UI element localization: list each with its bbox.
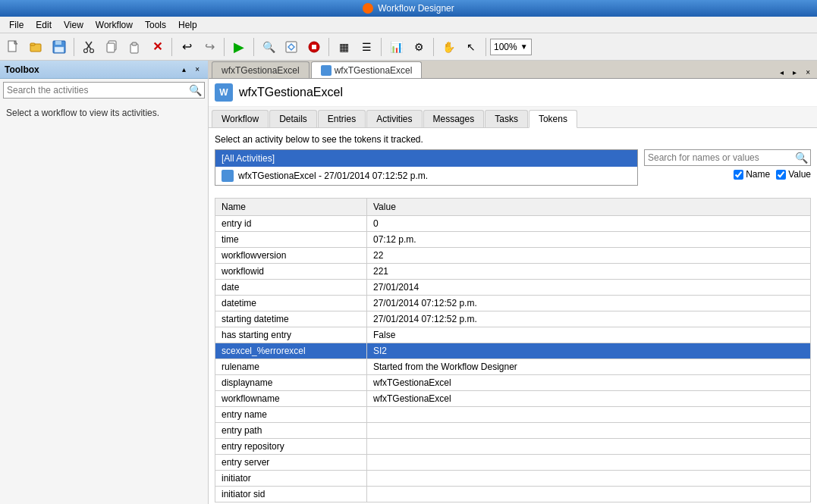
cell-name: rulename (215, 359, 367, 375)
table-row[interactable]: workflowversion22 (215, 248, 811, 264)
cursor-button[interactable]: ↖ (460, 36, 482, 58)
doc-tab-0-label: wfxTGestionaExcel (222, 65, 300, 76)
inner-tab-messages[interactable]: Messages (423, 110, 485, 127)
table-row[interactable]: time07:12 p.m. (215, 232, 811, 248)
cell-value: 07:12 p.m. (367, 232, 811, 248)
menu-workflow[interactable]: Workflow (90, 18, 139, 32)
inner-tab-details[interactable]: Details (269, 110, 317, 127)
col-header-name: Name (215, 199, 367, 216)
toolbar-sep-8 (485, 38, 486, 56)
inner-tab-activities[interactable]: Activities (366, 110, 422, 127)
activity-item-0[interactable]: wfxTGestionaExcel - 27/01/2014 07:12:52 … (215, 167, 637, 185)
menu-edit[interactable]: Edit (30, 18, 58, 32)
undo-button[interactable]: ↩ (176, 36, 197, 58)
inner-tab-workflow[interactable]: Workflow (212, 110, 269, 127)
run-button[interactable]: ▶ (228, 36, 250, 58)
table-row[interactable]: entry id0 (215, 216, 811, 232)
cell-value (367, 487, 811, 502)
search-checkbox-column: 🔍 Name Value (644, 149, 811, 180)
svg-rect-3 (30, 43, 35, 45)
open-button[interactable] (26, 36, 47, 58)
toolbar: ✕ ↩ ↪ ▶ 🔍 ▦ ☰ 📊 ⚙ ✋ ↖ 100% ▼ (0, 33, 817, 61)
tab-nav-prev[interactable]: ◂ (776, 67, 787, 78)
toolbox-close-button[interactable]: × (191, 64, 203, 75)
tab-nav-close[interactable]: × (802, 67, 814, 78)
table-row[interactable]: entry path (215, 423, 811, 439)
find-button[interactable]: 🔍 (258, 36, 279, 58)
tab-strip: wfxTGestionaExcel wfxTGestionaExcel ◂ ▸ … (209, 61, 817, 79)
table-row[interactable]: initiator (215, 471, 811, 487)
copy-button[interactable] (101, 36, 122, 58)
list-button[interactable]: ☰ (356, 36, 377, 58)
paste-button[interactable] (124, 36, 145, 58)
doc-tab-0[interactable]: wfxTGestionaExcel (212, 61, 310, 78)
token-search-icon: 🔍 (795, 152, 808, 164)
svg-rect-14 (132, 42, 137, 45)
cell-name: starting datetime (215, 311, 367, 327)
activity-item-all[interactable]: [All Activities] (215, 150, 637, 167)
table-row[interactable]: rulenameStarted from the Workflow Design… (215, 359, 811, 375)
tab-nav-next[interactable]: ▸ (789, 67, 800, 78)
new-button[interactable] (3, 36, 24, 58)
cell-value: SI2 (367, 343, 811, 359)
toolbar-sep-7 (433, 38, 434, 56)
svg-rect-17 (312, 45, 316, 49)
table-row[interactable]: has starting entryFalse (215, 327, 811, 343)
table-row[interactable]: displaynamewfxTGestionaExcel (215, 375, 811, 391)
value-filter-checkbox[interactable] (776, 170, 786, 180)
cell-value: False (367, 327, 811, 343)
main-layout: Toolbox ▴ × 🔍 Select a workflow to view … (0, 61, 817, 504)
table-row[interactable]: workflownamewfxTGestionaExcel (215, 391, 811, 407)
cell-value: 27/01/2014 07:12:52 p.m. (367, 296, 811, 311)
token-search-input[interactable] (644, 149, 811, 166)
inner-tab-entries[interactable]: Entries (318, 110, 366, 127)
activity-instruction-label: Select an activity below to see the toke… (215, 134, 811, 145)
menu-help[interactable]: Help (172, 18, 203, 32)
cell-name: entry id (215, 216, 367, 232)
table-row[interactable]: entry repository (215, 439, 811, 455)
value-filter-label[interactable]: Value (776, 169, 811, 180)
doc-tab-1[interactable]: wfxTGestionaExcel (311, 61, 423, 78)
title-bar: Workflow Designer (0, 0, 817, 17)
token-table: Name Value entry id0time07:12 p.m.workfl… (215, 198, 811, 502)
edit-workflow-button[interactable] (281, 36, 302, 58)
table-row[interactable]: starting datetime27/01/2014 07:12:52 p.m… (215, 311, 811, 327)
stop-button[interactable] (303, 36, 325, 58)
table-row[interactable]: workflowid221 (215, 264, 811, 280)
table-row[interactable]: datetime27/01/2014 07:12:52 p.m. (215, 296, 811, 311)
table-row[interactable]: entry server (215, 455, 811, 471)
token-search-wrapper: 🔍 (644, 149, 811, 166)
cut-button[interactable] (78, 36, 99, 58)
menu-view[interactable]: View (58, 18, 90, 32)
hand-button[interactable]: ✋ (438, 36, 459, 58)
inner-tab-tasks[interactable]: Tasks (485, 110, 528, 127)
cell-value: Started from the Workflow Designer (367, 359, 811, 375)
menu-tools[interactable]: Tools (139, 18, 172, 32)
menu-bar: File Edit View Workflow Tools Help (0, 17, 817, 33)
toolbox-pin-button[interactable]: ▴ (178, 64, 190, 75)
name-filter-checkbox[interactable] (734, 170, 743, 180)
delete-button[interactable]: ✕ (146, 36, 168, 58)
grid-button[interactable]: ▦ (333, 36, 354, 58)
name-filter-text: Name (746, 169, 770, 180)
name-filter-label[interactable]: Name (734, 169, 770, 180)
table-row[interactable]: date27/01/2014 (215, 280, 811, 296)
cell-value (367, 439, 811, 455)
tab-nav-buttons: ◂ ▸ × (776, 67, 817, 78)
table-row[interactable]: scexcel_%errorexcelSI2 (215, 343, 811, 359)
chart-button[interactable]: 📊 (385, 36, 407, 58)
save-button[interactable] (49, 36, 70, 58)
toolbox-search-input[interactable] (3, 82, 205, 99)
menu-file[interactable]: File (3, 18, 30, 32)
workflow-content-header: W wfxTGestionaExcel (209, 79, 817, 107)
settings-button[interactable]: ⚙ (408, 36, 429, 58)
inner-tab-tokens[interactable]: Tokens (529, 110, 577, 128)
zoom-dropdown[interactable]: 100% ▼ (490, 39, 532, 55)
table-row[interactable]: entry name (215, 407, 811, 423)
redo-button[interactable]: ↪ (199, 36, 220, 58)
inner-tabs: Workflow Details Entries Activities Mess… (209, 107, 817, 128)
toolbox-title: Toolbox (5, 64, 39, 75)
table-row[interactable]: initiator sid (215, 487, 811, 502)
cell-value (367, 407, 811, 423)
cell-value: 27/01/2014 07:12:52 p.m. (367, 311, 811, 327)
